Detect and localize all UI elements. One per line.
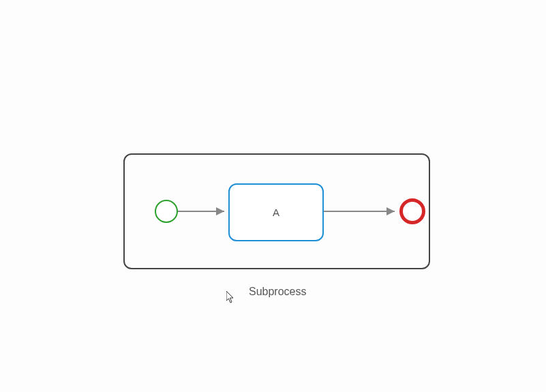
sequence-flow-2[interactable] — [324, 207, 400, 216]
cursor-icon — [226, 291, 234, 303]
task-a[interactable]: A — [228, 183, 324, 241]
diagram-canvas[interactable]: A Subprocess — [0, 0, 546, 392]
subprocess-label: Subprocess — [249, 286, 307, 298]
start-event[interactable] — [155, 200, 178, 223]
sequence-flow-1[interactable] — [178, 207, 230, 216]
task-label: A — [273, 207, 279, 218]
end-event[interactable] — [399, 198, 425, 224]
